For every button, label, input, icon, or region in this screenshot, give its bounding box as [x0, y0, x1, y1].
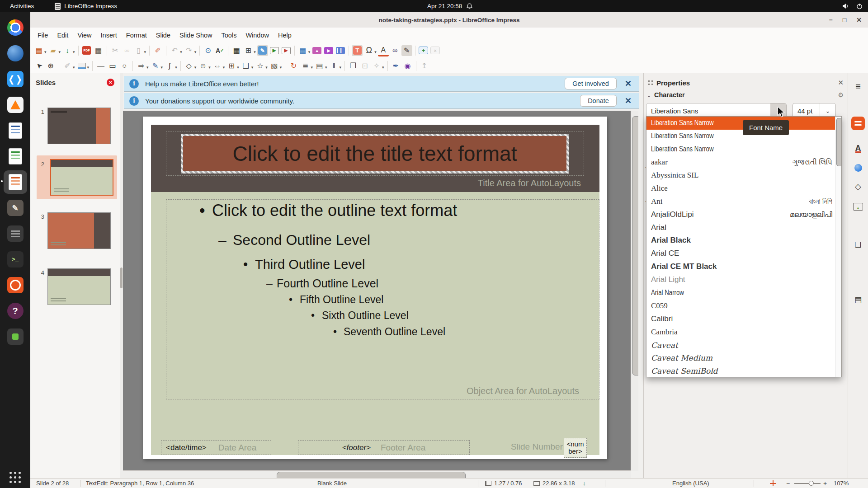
lines-arrows-icon[interactable]: ⇒	[136, 61, 146, 71]
zoom-slider[interactable]	[794, 483, 821, 484]
connectors-icon[interactable]: ʃ	[164, 61, 175, 71]
insert-image-icon[interactable]: ▲	[311, 45, 322, 56]
menu-slide-show[interactable]: Slide Show	[175, 30, 217, 41]
print-icon[interactable]: ▦	[93, 45, 104, 56]
menu-file[interactable]: File	[33, 30, 52, 41]
rectangle-icon[interactable]: ▭	[107, 61, 118, 71]
fill-color-icon[interactable]	[76, 61, 87, 71]
slides-panel-close-icon[interactable]: ✕	[107, 79, 114, 86]
insert-line-icon[interactable]: —	[95, 61, 106, 71]
tab-gallery[interactable]: ▲	[851, 200, 865, 213]
font-option[interactable]: Aniবাংলা লিপি	[646, 195, 841, 208]
font-option[interactable]: C059	[646, 299, 841, 312]
callout-shapes-icon[interactable]: ❑	[241, 61, 251, 71]
window-titlebar[interactable]: note-taking-strategies.pptx - LibreOffic…	[30, 12, 868, 28]
title-textbox[interactable]: Click to edit the title text format	[181, 134, 569, 174]
properties-close-icon[interactable]: ✕	[838, 79, 844, 87]
ellipse-icon[interactable]: ○	[119, 61, 130, 71]
dock-vscode-icon[interactable]: ❬❭	[4, 67, 27, 91]
font-option[interactable]: Cambria	[646, 325, 841, 338]
new-document-icon[interactable]: ▤	[33, 45, 44, 56]
slide-3-thumbnail[interactable]	[47, 212, 111, 249]
find-replace-icon[interactable]: ⊙	[203, 45, 213, 56]
delete-slide-icon[interactable]: ×	[430, 45, 441, 56]
dock-calc-icon[interactable]	[4, 145, 27, 168]
redo-icon[interactable]: ↷	[184, 45, 194, 56]
language-status[interactable]: English (USA)	[672, 479, 709, 488]
display-views-icon[interactable]: ⊞	[243, 45, 254, 56]
start-from-current-slide-icon[interactable]: ▶	[281, 45, 292, 56]
character-section-header[interactable]: ⌄ Character ⚙	[644, 89, 848, 100]
tab-properties[interactable]	[851, 117, 865, 130]
interaction-icon[interactable]: ↥	[419, 61, 430, 71]
edit-points-icon[interactable]: ✒	[391, 61, 401, 71]
menu-tools[interactable]: Tools	[217, 30, 241, 41]
edit-mode-icon[interactable]: ✎	[257, 45, 268, 56]
export-pdf-icon[interactable]: PDF	[81, 45, 92, 56]
font-option[interactable]: Arial Light	[646, 273, 841, 286]
insert-text-box-icon[interactable]: T	[352, 45, 363, 56]
insert-media-icon[interactable]: ▶	[323, 45, 334, 56]
outline-line-7[interactable]: •Seventh Outline Level	[333, 326, 445, 338]
tab-slide-transition[interactable]: ❑	[851, 238, 865, 251]
star-shapes-icon[interactable]: ☆	[255, 61, 265, 71]
outline-line-1[interactable]: •Click to edit the outline text format	[199, 201, 457, 220]
dock-impress-icon[interactable]	[4, 170, 27, 194]
tab-navigator[interactable]	[851, 161, 865, 174]
dock-browser-icon[interactable]	[4, 42, 27, 65]
panel-splitter[interactable]	[120, 73, 123, 479]
dropdown-scrollbar[interactable]	[835, 117, 841, 377]
slide-4-thumbnail[interactable]	[47, 268, 111, 305]
dock-vlc-icon[interactable]	[4, 93, 27, 117]
shadow-icon[interactable]: ❒	[348, 61, 359, 71]
dock-gimp-icon[interactable]: ✎	[4, 196, 27, 220]
zoom-icon[interactable]: ⊕	[45, 61, 56, 71]
outline-line-3[interactable]: •Third Outline Level	[243, 257, 365, 272]
slide-page[interactable]: Click to edit the title text format Titl…	[143, 117, 607, 459]
donate-button[interactable]: Donate	[580, 95, 617, 107]
date-placeholder[interactable]: <date/time> Date Area	[161, 440, 271, 455]
flowchart-icon[interactable]: ⊞	[226, 61, 237, 71]
tab-master-slides[interactable]: ▤	[851, 293, 865, 306]
menu-slide[interactable]: Slide	[151, 30, 175, 41]
font-option[interactable]: Alice	[646, 182, 841, 195]
zoom-level-status[interactable]: 107%	[834, 479, 849, 488]
font-option[interactable]: Arial Black	[646, 234, 841, 247]
new-slide-icon[interactable]: +	[418, 45, 429, 56]
dock-chrome-icon[interactable]	[4, 16, 27, 39]
slide-1-thumbnail[interactable]	[47, 108, 111, 144]
font-option[interactable]: Arial CE	[646, 247, 841, 260]
tab-shapes[interactable]: ◇	[851, 180, 865, 193]
spelling-icon[interactable]: A✓	[214, 45, 225, 56]
dropdown-scrollbar-thumb[interactable]	[836, 118, 842, 166]
symbol-shapes-icon[interactable]: ☺	[198, 61, 208, 71]
clone-formatting-icon[interactable]: ✐	[152, 45, 163, 56]
crop-icon[interactable]: ⊡	[359, 61, 370, 71]
zoom-in-button[interactable]: +	[823, 479, 827, 488]
get-involved-button[interactable]: Get involved	[565, 78, 617, 89]
block-arrows-icon[interactable]: ⇔	[212, 61, 223, 71]
menu-help[interactable]: Help	[274, 30, 296, 41]
font-option[interactable]: Arial Narrow	[646, 286, 841, 300]
display-grid-icon[interactable]: ▦	[231, 45, 242, 56]
open-icon[interactable]: ▰	[48, 45, 59, 56]
menu-format[interactable]: Format	[122, 30, 151, 41]
title-text[interactable]: Click to edit the title text format	[233, 141, 517, 166]
cut-icon[interactable]: ✂	[110, 45, 121, 56]
curves-polygons-icon[interactable]: ✎	[150, 61, 161, 71]
fit-slide-icon[interactable]	[770, 479, 778, 488]
show-draw-functions-icon[interactable]: ✎	[401, 45, 412, 56]
maximize-button[interactable]: □	[843, 16, 846, 23]
horizontal-scrollbar[interactable]	[123, 470, 631, 479]
align-objects-icon[interactable]: ≣	[300, 61, 311, 71]
close-button[interactable]: ✕	[856, 16, 862, 23]
clock-menu[interactable]: Apr 21 20:58	[427, 3, 472, 9]
start-from-first-slide-icon[interactable]: ▶	[269, 45, 280, 56]
special-character-icon[interactable]: Ω	[363, 45, 374, 56]
menu-window[interactable]: Window	[241, 30, 274, 41]
dock-files-icon[interactable]	[4, 222, 27, 245]
menu-view[interactable]: View	[73, 30, 96, 41]
font-option[interactable]: Arial CE MT Black	[646, 260, 841, 273]
font-option[interactable]: Caveat	[646, 338, 841, 352]
slide-workspace[interactable]: Click to edit the title text format Titl…	[123, 111, 631, 471]
